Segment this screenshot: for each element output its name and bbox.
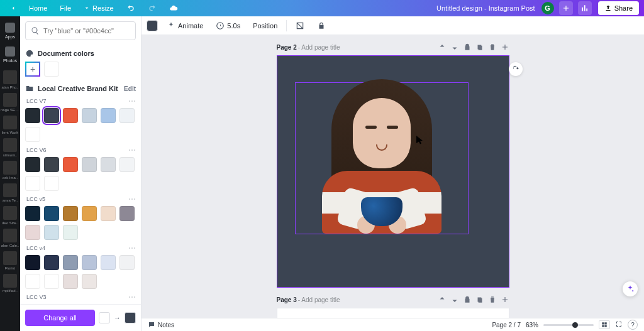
zoom-value[interactable]: 63% [526,322,538,328]
color-swatch[interactable] [44,108,59,123]
more-icon[interactable]: ⋯ [128,244,136,252]
rail-thumb[interactable]: Florist [1,247,19,270]
rail-thumb[interactable]: alan Cale.. [1,225,19,247]
move-up-icon[interactable] [438,295,447,304]
rail-thumb[interactable]: ock Ima.. [1,157,19,180]
color-swatch[interactable] [101,157,116,172]
rail-thumb[interactable]: alan Pho.. [1,67,19,89]
delete-page-icon[interactable] [488,43,497,52]
more-icon[interactable]: ⋯ [128,293,136,301]
share-button[interactable]: Share [598,1,639,15]
rail-thumb[interactable]: stimoni.. [1,134,19,157]
color-swatch[interactable] [119,206,135,221]
color-swatch[interactable] [63,274,78,289]
more-icon[interactable]: ⋯ [128,97,136,106]
color-swatch[interactable] [101,206,116,221]
notes-button[interactable]: Notes [148,321,174,328]
file-menu[interactable]: File [55,3,76,14]
editor-stage[interactable]: Page 2 - Add page title [142,35,644,318]
rail-apps[interactable]: Apps [0,19,20,43]
rail-thumb[interactable]: anva Te.. [1,180,19,202]
color-swatch[interactable] [25,225,40,240]
home-button[interactable]: Home [24,3,52,14]
duplicate-page-icon[interactable] [475,295,484,304]
transparency-button[interactable] [292,19,308,32]
color-swatch[interactable] [82,157,97,172]
redo-button[interactable] [143,2,162,14]
color-swatch[interactable] [63,157,78,172]
color-swatch[interactable] [82,108,97,123]
color-swatch[interactable] [63,108,78,123]
color-swatch[interactable] [44,225,59,240]
back-button[interactable] [5,3,21,13]
page-2-title-hint[interactable]: - Add page title [298,44,340,51]
rail-thumb[interactable]: mplified.. [1,270,19,293]
move-down-icon[interactable] [450,43,459,52]
color-swatch[interactable] [44,157,59,172]
add-page-icon[interactable] [501,43,509,52]
color-swatch[interactable] [44,206,59,221]
fill-color-swatch[interactable] [147,20,158,31]
more-icon[interactable]: ⋯ [128,195,136,203]
color-swatch[interactable] [82,255,97,270]
lock-page-icon[interactable] [463,295,472,304]
color-swatch[interactable] [25,206,40,221]
move-up-icon[interactable] [438,43,447,52]
lock-button[interactable] [313,19,330,32]
color-search[interactable] [25,21,136,40]
more-icon[interactable]: ⋯ [128,146,136,155]
fullscreen-button[interactable] [615,320,623,329]
user-avatar[interactable]: G [541,2,554,14]
add-color-button[interactable]: + [25,62,40,77]
document-title[interactable]: Untitled design - Instagram Post [436,4,535,12]
color-swatch[interactable] [119,157,135,172]
duration-button[interactable]: 5.0s [212,19,244,32]
color-swatch[interactable] [25,274,40,289]
color-swatch[interactable] [63,255,78,270]
color-swatch[interactable] [82,206,97,221]
position-button[interactable]: Position [249,20,281,31]
help-button[interactable]: ? [628,320,638,330]
page-2-artboard[interactable] [277,55,509,288]
page-3-title-hint[interactable]: - Add page title [298,296,340,303]
rail-thumb[interactable]: deo Stre.. [1,202,19,225]
grid-view-button[interactable] [599,320,610,329]
color-swatch[interactable] [63,225,78,240]
color-swatch[interactable] [44,274,59,289]
color-swatch[interactable] [101,255,116,270]
animate-button[interactable]: Animate [163,19,207,32]
color-swatch[interactable] [82,274,97,289]
search-input[interactable] [43,27,130,35]
move-down-icon[interactable] [450,295,459,304]
delete-page-icon[interactable] [488,295,497,304]
color-swatch[interactable] [119,108,135,123]
resize-menu[interactable]: Resize [79,3,119,14]
regenerate-button[interactable] [509,62,523,76]
lock-page-icon[interactable] [463,43,472,52]
cloud-status[interactable] [164,2,183,14]
rail-thumb[interactable]: lient Work [1,112,19,134]
insights-button[interactable] [578,1,592,15]
brand-kit-edit[interactable]: Edit [124,85,136,92]
undo-button[interactable] [121,2,140,14]
selected-image[interactable] [295,82,469,234]
color-swatch[interactable] [101,108,116,123]
color-swatch[interactable] [25,108,40,123]
zoom-thumb[interactable] [572,322,578,328]
page-3-artboard[interactable] [277,308,509,318]
color-swatch[interactable] [25,157,40,172]
color-swatch[interactable] [25,176,40,191]
color-swatch[interactable] [44,176,59,191]
color-swatch[interactable] [44,255,59,270]
color-swatch[interactable] [25,127,40,142]
rail-photos[interactable]: Photos [0,43,20,67]
add-collaborator-button[interactable] [559,1,573,15]
zoom-slider[interactable] [543,324,594,326]
assistant-fab[interactable] [623,281,638,296]
add-page-icon[interactable] [501,295,509,304]
color-swatch[interactable] [25,255,40,270]
color-swatch[interactable] [63,206,78,221]
page-indicator[interactable]: Page 2 / 7 [492,322,521,328]
rail-thumb[interactable]: nage SEO.. [1,89,19,112]
change-all-button[interactable]: Change all [25,310,95,326]
